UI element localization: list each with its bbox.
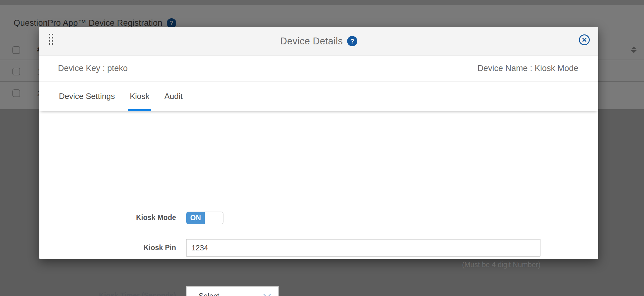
- kiosk-mode-label: Kiosk Mode: [39, 213, 176, 222]
- drag-handle-icon[interactable]: [49, 34, 53, 45]
- device-details-modal: Device Details ? ✕ Device Key : pteko De…: [39, 27, 598, 259]
- kiosk-pin-label: Kiosk Pin: [39, 244, 176, 252]
- device-identity-row: Device Key : pteko Device Name : Kiosk M…: [39, 56, 598, 82]
- modal-titlebar: Device Details ? ✕: [39, 27, 598, 56]
- kiosk-pin-hint: (Must be 4 digit Number): [186, 261, 540, 269]
- kiosk-pin-input[interactable]: [186, 239, 540, 257]
- select-value: -- Select --: [192, 292, 226, 296]
- tab-audit[interactable]: Audit: [162, 82, 184, 111]
- help-icon[interactable]: ?: [347, 36, 357, 46]
- kiosk-tab-panel: Kiosk Mode ON Kiosk Pin (Must be 4 digit…: [39, 111, 598, 259]
- kiosk-mode-toggle[interactable]: ON: [186, 212, 223, 224]
- tab-kiosk[interactable]: Kiosk: [128, 82, 152, 111]
- modal-tabs: Device Settings Kiosk Audit: [39, 82, 598, 111]
- toggle-on-state: ON: [186, 212, 205, 224]
- chevron-down-icon: [263, 294, 271, 296]
- modal-title: Device Details: [280, 36, 343, 47]
- close-icon[interactable]: ✕: [579, 34, 590, 45]
- device-key-text: Device Key : pteko: [58, 64, 128, 73]
- tab-device-settings[interactable]: Device Settings: [57, 82, 117, 111]
- kiosk-timer-label: Kiosk Timer (Seconds): [39, 291, 176, 296]
- modal-header-block: Device Details ? ✕ Device Key : pteko De…: [39, 27, 598, 111]
- device-name-text: Device Name : Kiosk Mode: [477, 64, 578, 73]
- kiosk-timer-select[interactable]: -- Select --: [186, 286, 279, 296]
